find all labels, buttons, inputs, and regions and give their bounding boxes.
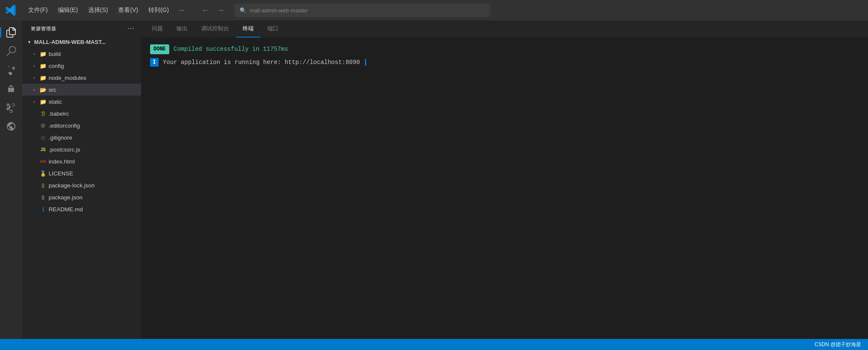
build-label: build bbox=[49, 51, 61, 57]
search-icon: 🔍 bbox=[240, 7, 246, 14]
gitignore-icon: ◇ bbox=[39, 134, 47, 141]
readme-label: README.md bbox=[49, 206, 83, 213]
build-folder-icon: 📁 bbox=[39, 50, 47, 58]
src-label: src bbox=[49, 87, 56, 93]
build-chevron-icon: › bbox=[31, 50, 38, 57]
license-label: LICENSE bbox=[49, 170, 73, 177]
activity-source-control[interactable] bbox=[3, 61, 20, 79]
activity-extensions[interactable] bbox=[3, 99, 20, 116]
root-label: MALL-ADMIN-WEB-MAST... bbox=[34, 39, 106, 45]
tree-item-build[interactable]: › 📁 build bbox=[22, 48, 141, 60]
node-modules-folder-icon: 📁 bbox=[39, 74, 47, 82]
activity-remote-explorer[interactable] bbox=[3, 118, 20, 135]
tree-item-readme[interactable]: › ℹ README.md bbox=[22, 203, 141, 215]
package-json-label: package.json bbox=[49, 194, 83, 201]
tree-item-config[interactable]: › 📁 config bbox=[22, 60, 141, 72]
node-modules-label: node_modules bbox=[49, 75, 87, 81]
editorconfig-icon: ⚙ bbox=[39, 122, 47, 129]
tab-terminal[interactable]: 终端 bbox=[236, 20, 260, 38]
panel-tabs: 问题 输出 调试控制台 终端 端口 bbox=[142, 20, 868, 38]
tree-item-license[interactable]: › 🏅 LICENSE bbox=[22, 167, 141, 179]
explorer-icon bbox=[6, 27, 16, 38]
package-lock-label: package-lock.json bbox=[49, 182, 95, 189]
babelrc-icon: ℬ bbox=[39, 110, 47, 117]
terminal-running-text: Your application is running here: http:/… bbox=[163, 58, 360, 67]
tree-root[interactable]: ▾ MALL-ADMIN-WEB-MAST... bbox=[22, 36, 141, 48]
menu-edit[interactable]: 编辑(E) bbox=[54, 5, 82, 16]
config-chevron-icon: › bbox=[31, 62, 38, 69]
postcssrc-label: .postcssrc.js bbox=[49, 146, 80, 153]
editor-area: 问题 输出 调试控制台 终端 端口 DONE Compiled successf… bbox=[142, 20, 868, 339]
static-label: static bbox=[49, 99, 62, 105]
tree-item-node-modules[interactable]: › 📁 node_modules bbox=[22, 72, 141, 84]
status-text: CSDN @团子炒海星 bbox=[814, 341, 861, 348]
activity-explorer[interactable] bbox=[3, 24, 20, 41]
terminal-content[interactable]: DONE Compiled successfully in 11757ms I … bbox=[142, 38, 868, 339]
terminal-running-line: I Your application is running here: http… bbox=[150, 58, 859, 67]
menu-select[interactable]: 选择(S) bbox=[84, 5, 113, 16]
menu-file[interactable]: 文件(F) bbox=[24, 5, 52, 16]
extensions-icon bbox=[6, 102, 16, 113]
config-folder-icon: 📁 bbox=[39, 62, 47, 70]
vscode-logo-icon bbox=[5, 4, 17, 16]
src-chevron-icon: › bbox=[31, 86, 38, 93]
terminal-compile-text: Compiled successfully in 11757ms bbox=[174, 44, 288, 54]
menu-view[interactable]: 查看(V) bbox=[114, 5, 142, 16]
status-bar: CSDN @团子炒海星 bbox=[0, 339, 868, 350]
root-chevron-icon: ▾ bbox=[26, 38, 32, 45]
babelrc-label: .babelrc bbox=[49, 111, 69, 117]
tree-item-gitignore[interactable]: › ◇ .gitignore bbox=[22, 131, 141, 143]
tab-problems[interactable]: 问题 bbox=[145, 20, 170, 38]
sidebar-more-icon[interactable]: ··· bbox=[127, 25, 134, 32]
package-lock-icon: {} bbox=[39, 181, 47, 189]
tree-item-package-lock[interactable]: › {} package-lock.json bbox=[22, 179, 141, 191]
editorconfig-label: .editorconfig bbox=[49, 122, 80, 129]
info-badge: I bbox=[150, 58, 159, 67]
index-html-label: index.html bbox=[49, 158, 75, 165]
search-text: mall-admin-web-master bbox=[250, 7, 308, 14]
terminal-compile-line: DONE Compiled successfully in 11757ms bbox=[150, 44, 859, 54]
main-area: 资源管理器 ··· ▾ MALL-ADMIN-WEB-MAST... › 📁 b… bbox=[0, 20, 868, 339]
done-badge: DONE bbox=[150, 44, 169, 54]
tree-item-editorconfig[interactable]: › ⚙ .editorconfig bbox=[22, 120, 141, 131]
tree-item-src[interactable]: › 📂 src bbox=[22, 84, 141, 96]
remote-icon bbox=[6, 121, 16, 131]
search-activity-icon bbox=[6, 46, 16, 56]
activity-search[interactable] bbox=[3, 43, 20, 60]
sidebar-content: ▾ MALL-ADMIN-WEB-MAST... › 📁 build › 📁 c… bbox=[22, 36, 141, 339]
run-debug-icon bbox=[6, 84, 16, 94]
tab-debug-console[interactable]: 调试控制台 bbox=[194, 20, 236, 38]
back-button[interactable]: ← bbox=[199, 3, 212, 17]
tree-item-babelrc[interactable]: › ℬ .babelrc bbox=[22, 108, 141, 120]
src-folder-icon: 📂 bbox=[39, 86, 47, 93]
forward-button[interactable]: → bbox=[214, 3, 228, 17]
static-folder-icon: 📁 bbox=[39, 98, 47, 105]
readme-icon: ℹ bbox=[39, 205, 47, 213]
terminal-cursor bbox=[365, 59, 366, 66]
activity-run-debug[interactable] bbox=[3, 80, 20, 97]
node-modules-chevron-icon: › bbox=[31, 74, 38, 81]
search-bar[interactable]: 🔍 mall-admin-web-master bbox=[234, 3, 490, 17]
postcssrc-icon: JS bbox=[39, 146, 47, 153]
menu-more[interactable]: ··· bbox=[175, 5, 188, 16]
tab-ports[interactable]: 端口 bbox=[260, 20, 285, 38]
gitignore-label: .gitignore bbox=[49, 134, 72, 141]
tree-item-static[interactable]: › 📁 static bbox=[22, 96, 141, 108]
sidebar-header: 资源管理器 ··· bbox=[22, 20, 141, 36]
package-json-icon: {} bbox=[39, 193, 47, 201]
index-html-icon: </> bbox=[39, 158, 47, 165]
activity-bar bbox=[0, 20, 22, 339]
license-icon: 🏅 bbox=[39, 169, 47, 177]
sidebar-header-actions[interactable]: ··· bbox=[127, 25, 134, 32]
titlebar-nav: ← → bbox=[199, 3, 228, 17]
source-control-icon bbox=[6, 65, 16, 75]
config-label: config bbox=[49, 63, 64, 69]
menu-goto[interactable]: 转到(G) bbox=[144, 5, 173, 16]
tree-item-postcssrc[interactable]: › JS .postcssrc.js bbox=[22, 143, 141, 155]
tree-item-index-html[interactable]: › </> index.html bbox=[22, 155, 141, 167]
sidebar: 资源管理器 ··· ▾ MALL-ADMIN-WEB-MAST... › 📁 b… bbox=[22, 20, 142, 339]
tab-output[interactable]: 输出 bbox=[170, 20, 194, 38]
titlebar-menu: 文件(F) 编辑(E) 选择(S) 查看(V) 转到(G) ··· bbox=[24, 5, 188, 16]
tree-item-package-json[interactable]: › {} package.json bbox=[22, 191, 141, 203]
sidebar-title: 资源管理器 bbox=[31, 26, 56, 32]
